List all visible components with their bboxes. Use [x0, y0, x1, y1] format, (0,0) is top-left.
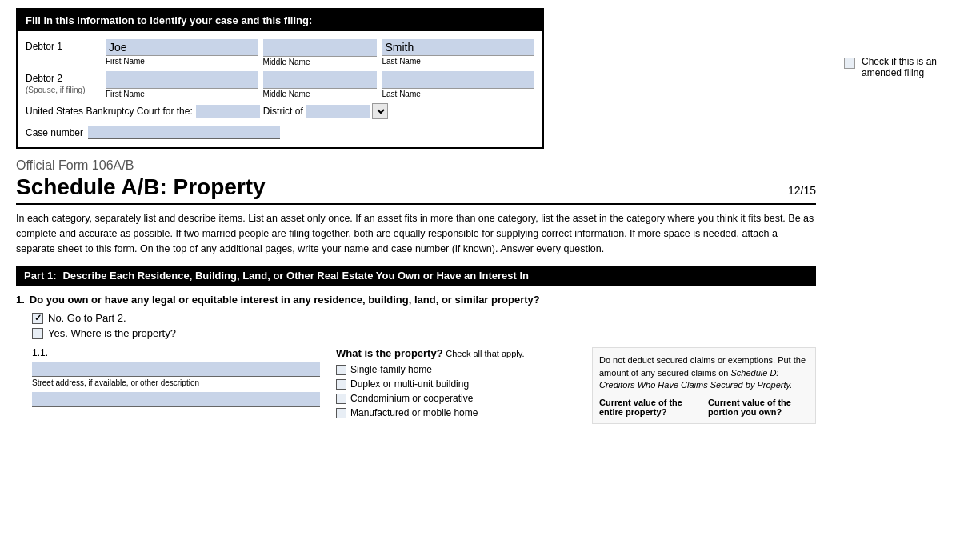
property-option-2[interactable]: Condominium or cooperative: [336, 393, 576, 404]
debtor2-last-label: Last Name: [382, 90, 534, 98]
debtor2-last-group: Last Name: [382, 71, 534, 98]
debtor1-first-group: First Name: [106, 39, 258, 66]
debtor2-label: Debtor 2 (Spouse, if filing): [26, 71, 106, 95]
form-main-title: Schedule A/B: Property: [16, 174, 266, 200]
debtor2-first-input[interactable]: [106, 71, 258, 89]
debtor1-row: Debtor 1 First Name Middle Name: [26, 39, 534, 66]
debtor1-last-label: Last Name: [382, 57, 534, 66]
debtor1-middle-group: Middle Name: [263, 39, 378, 66]
amended-label: Check if this is an amended filing: [862, 56, 948, 78]
court-row: United States Bankruptcy Court for the: …: [26, 103, 534, 119]
street-address-input[interactable]: [32, 362, 320, 377]
sub-question-number: 1.1.: [32, 347, 320, 358]
part1-header: Part 1: Describe Each Residence, Buildin…: [16, 266, 816, 286]
district-input[interactable]: [306, 105, 370, 118]
district-dropdown[interactable]: ▼: [372, 103, 388, 119]
debtor2-middle-input[interactable]: [263, 71, 378, 89]
property-checkbox-1[interactable]: [336, 379, 346, 390]
yes-label: Yes. Where is the property?: [48, 327, 176, 339]
form-title-row: Schedule A/B: Property 12/15: [16, 174, 816, 205]
debtor1-last-input[interactable]: [382, 39, 534, 56]
current-value-entire: Current value of the entire property?: [599, 398, 700, 417]
yes-checkbox[interactable]: [32, 328, 43, 339]
property-checkbox-2[interactable]: [336, 394, 346, 404]
debtor1-first-label: First Name: [106, 57, 258, 66]
debtor1-last-group: Last Name: [382, 39, 534, 66]
sub-middle: What is the property? Check all that app…: [336, 347, 576, 424]
header-box: Fill in this information to identify you…: [16, 8, 544, 149]
case-number-label: Case number: [26, 127, 83, 138]
question1-number: 1.: [16, 294, 25, 306]
district-of-text: District of: [263, 106, 303, 117]
no-label: No. Go to Part 2.: [48, 312, 126, 324]
debtor2-first-label: First Name: [106, 90, 258, 98]
debtor2-middle-group: Middle Name: [263, 71, 378, 98]
court-input[interactable]: [196, 105, 260, 118]
debtor1-fields: First Name Middle Name Last Name: [106, 39, 534, 66]
debtor2-last-input[interactable]: [382, 71, 534, 89]
debtor2-fields: First Name Middle Name Last Name: [106, 71, 534, 98]
debtor2-row: Debtor 2 (Spouse, if filing) First Name …: [26, 71, 534, 98]
form-instructions: In each category, separately list and de…: [16, 211, 816, 256]
amended-check-area: Check if this is an amended filing: [844, 56, 948, 78]
court-label: United States Bankruptcy Court for the:: [26, 106, 193, 117]
answer-options: ✓ No. Go to Part 2. Yes. Where is the pr…: [32, 312, 816, 339]
answer-yes[interactable]: Yes. Where is the property?: [32, 327, 816, 339]
street-address-input-2[interactable]: [32, 392, 320, 407]
property-checkbox-0[interactable]: [336, 365, 346, 375]
debtor1-middle-label: Middle Name: [263, 58, 378, 66]
amended-checkbox[interactable]: [844, 58, 855, 69]
debtor2-first-group: First Name: [106, 71, 258, 98]
current-value-row: Current value of the entire property? Cu…: [599, 398, 809, 417]
property-option-label-0: Single-family home: [350, 364, 432, 375]
sub-left: 1.1. Street address, if available, or ot…: [32, 347, 320, 424]
question1-section: 1. Do you own or have any legal or equit…: [16, 294, 816, 424]
property-option-label-3: Manufactured or mobile home: [350, 407, 478, 418]
property-option-0[interactable]: Single-family home: [336, 364, 576, 375]
right-sidebar: Check if this is an amended filing: [832, 0, 960, 440]
debtor1-middle-input[interactable]: [263, 39, 378, 57]
case-number-input[interactable]: [88, 126, 280, 139]
street-label: Street address, if available, or other d…: [32, 378, 320, 387]
property-option-label-1: Duplex or multi-unit building: [350, 378, 469, 390]
property-question-title: What is the property? Check all that app…: [336, 347, 576, 359]
form-number: Official Form 106A/B: [16, 158, 816, 173]
property-option-3[interactable]: Manufactured or mobile home: [336, 407, 576, 418]
sub-right: Do not deduct secured claims or exemptio…: [592, 347, 816, 424]
no-checkbox[interactable]: ✓: [32, 313, 43, 324]
current-value-portion: Current value of the portion you own?: [708, 398, 809, 417]
property-option-1[interactable]: Duplex or multi-unit building: [336, 378, 576, 390]
subquestion-1-1-area: 1.1. Street address, if available, or ot…: [32, 347, 816, 424]
answer-no[interactable]: ✓ No. Go to Part 2.: [32, 312, 816, 324]
debtor1-first-input[interactable]: [106, 39, 258, 56]
form-title-area: Official Form 106A/B Schedule A/B: Prope…: [16, 158, 816, 256]
sub-right-note: Do not deduct secured claims or exemptio…: [599, 354, 809, 391]
part1-label: Part 1:: [24, 270, 56, 282]
header-title: Fill in this information to identify you…: [18, 10, 542, 31]
debtor2-middle-label: Middle Name: [263, 90, 378, 98]
property-option-label-2: Condominium or cooperative: [350, 393, 473, 404]
case-number-row: Case number: [26, 126, 534, 139]
part1-title: Describe Each Residence, Building, Land,…: [62, 270, 529, 282]
debtor1-label: Debtor 1: [26, 39, 106, 52]
question1-row: 1. Do you own or have any legal or equit…: [16, 294, 816, 306]
form-date: 12/15: [788, 184, 816, 197]
property-checkbox-3[interactable]: [336, 408, 346, 418]
question1-text: Do you own or have any legal or equitabl…: [30, 294, 540, 306]
